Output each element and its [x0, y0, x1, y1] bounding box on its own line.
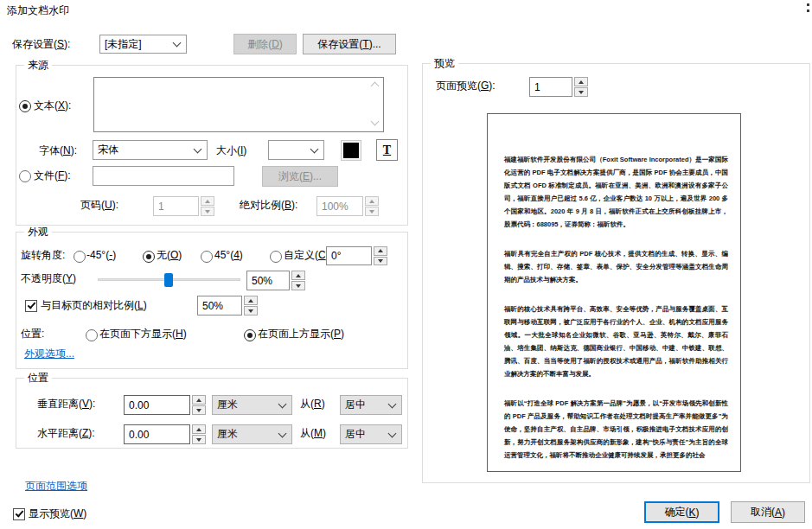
vertical-from-label: 从(R): [300, 398, 325, 410]
position-group-label: 位置: [24, 372, 52, 384]
appearance-options-link[interactable]: 外观选项...: [24, 347, 74, 360]
horizontal-unit-combo[interactable]: 厘米: [212, 424, 292, 444]
dialog-title: 添加文档水印: [7, 4, 69, 16]
chevron-down-icon: [194, 144, 202, 153]
scroll-down-icon[interactable]: [371, 118, 380, 126]
page-number-value: 1: [153, 196, 199, 216]
rotation-none-radio[interactable]: [143, 251, 155, 263]
cancel-button[interactable]: 取消(A): [731, 501, 805, 523]
font-label: 字体(N):: [39, 144, 77, 156]
rotation-custom-radio[interactable]: [270, 251, 282, 263]
saved-settings-combo[interactable]: [未指定]: [99, 35, 187, 54]
chevron-down-icon: [310, 144, 319, 153]
horizontal-from-combo[interactable]: 居中: [340, 424, 402, 444]
show-preview-label: 显示预览(W): [29, 507, 86, 519]
horizontal-from-label: 从(M): [300, 427, 326, 439]
chevron-down-icon: [278, 429, 287, 437]
vertical-from-value: 居中: [345, 398, 366, 412]
font-color-button[interactable]: [341, 140, 361, 161]
chevron-down-icon: [388, 429, 397, 437]
opacity-value: 50%: [246, 271, 290, 290]
size-label: 大小(I): [216, 144, 246, 156]
spin-down-icon[interactable]: [192, 405, 206, 415]
spin-up-icon[interactable]: [192, 424, 206, 434]
show-on-top-label: 在页面上方显示(P): [258, 328, 344, 340]
spin-down-icon[interactable]: [201, 207, 214, 216]
absolute-scale-value: 100%: [316, 196, 363, 216]
appearance-group-label: 外观: [24, 226, 52, 238]
layer-position-label: 位置:: [21, 328, 44, 340]
page-preview-value: 1: [529, 77, 572, 97]
spin-up-icon[interactable]: [291, 271, 305, 280]
spin-up-icon[interactable]: [192, 395, 206, 405]
rotation-custom-label: 自定义(C): [284, 249, 329, 261]
spin-down-icon[interactable]: [365, 207, 379, 216]
preview-paragraph: 福昕以“打造全球 PDF 解决方案第一品牌”为愿景，以“开发市场领先和创新性的 …: [504, 397, 728, 462]
text-source-radio-label: 文本(X):: [34, 99, 71, 112]
source-group-label: 来源: [24, 59, 52, 71]
horizontal-distance-label: 水平距离(Z):: [37, 427, 95, 439]
preview-group-label: 预览: [431, 57, 458, 69]
close-icon-partial[interactable]: [807, 3, 809, 16]
show-preview-checkbox[interactable]: [13, 508, 25, 520]
font-color-swatch: [343, 143, 359, 158]
absolute-scale-spinner[interactable]: 100%: [316, 196, 379, 216]
spin-down-icon[interactable]: [244, 306, 258, 315]
rotation-none-label: 无(O): [157, 249, 182, 261]
show-on-top-radio[interactable]: [244, 329, 256, 341]
watermark-text-input[interactable]: [93, 77, 384, 132]
opacity-spinner[interactable]: 50%: [246, 271, 305, 290]
horizontal-distance-value: 0.00: [124, 424, 190, 444]
size-combo[interactable]: [268, 140, 324, 160]
rotation-minus45-label: -45°(-): [86, 249, 116, 261]
page-number-spinner[interactable]: 1: [153, 196, 214, 216]
font-combo[interactable]: 宋体: [93, 140, 208, 160]
spin-up-icon[interactable]: [374, 246, 387, 256]
spin-down-icon[interactable]: [291, 281, 305, 290]
text-source-radio[interactable]: [19, 100, 31, 112]
rotation-45-radio[interactable]: [201, 251, 213, 263]
save-settings-label: 保存设置(S):: [12, 38, 70, 50]
opacity-label: 不透明度(Y): [21, 272, 76, 284]
horizontal-distance-spinner[interactable]: 0.00: [124, 424, 206, 444]
spin-down-icon[interactable]: [574, 87, 588, 97]
vertical-unit-combo[interactable]: 厘米: [212, 395, 292, 415]
delete-setting-button[interactable]: 删除(D): [233, 34, 297, 54]
save-setting-button[interactable]: 保存设置(T)...: [303, 34, 396, 54]
file-source-radio-label: 文件(F):: [34, 169, 71, 182]
spin-up-icon[interactable]: [365, 196, 379, 206]
file-source-radio[interactable]: [19, 170, 31, 182]
page-preview-spinner[interactable]: 1: [529, 77, 588, 97]
preview-paragraph: 福昕具有完全自主产权的 PDF 核心技术，提供文档的生成、转换、显示、编辑、搜索…: [504, 247, 728, 286]
ok-button[interactable]: 确定(K): [644, 501, 719, 523]
page-range-options-link[interactable]: 页面范围选项: [25, 480, 87, 492]
rotation-minus45-radio[interactable]: [74, 251, 86, 263]
spin-up-icon[interactable]: [244, 296, 258, 305]
preview-page: 福建福昕软件开发股份有限公司（Foxit Software Incorporat…: [487, 113, 741, 472]
page-number-label: 页码(U):: [80, 199, 118, 211]
scroll-up-icon[interactable]: [371, 82, 380, 91]
absolute-scale-label: 绝对比例(B):: [240, 199, 297, 211]
vertical-distance-spinner[interactable]: 0.00: [124, 395, 206, 415]
show-behind-page-radio[interactable]: [86, 329, 98, 341]
browse-button[interactable]: 浏览(E)...: [262, 166, 338, 187]
spin-up-icon[interactable]: [201, 196, 214, 206]
spin-down-icon[interactable]: [192, 435, 206, 444]
relative-scale-spinner[interactable]: 50%: [197, 296, 258, 315]
vertical-distance-label: 垂直距离(V):: [37, 398, 95, 410]
vertical-unit-value: 厘米: [217, 398, 238, 412]
opacity-slider-thumb[interactable]: [164, 273, 173, 287]
add-document-watermark-dialog: 添加文档水印 保存设置(S): [未指定] 删除(D) 保存设置(T)... 来…: [0, 0, 812, 529]
rotation-45-label: 45°(4): [214, 249, 243, 261]
relative-scale-value: 50%: [197, 296, 242, 315]
spin-down-icon[interactable]: [374, 257, 387, 266]
preview-paragraph: 福昕的核心技术具有跨平台、高效率、安全等优势，产品与服务覆盖桌面、互联网与移动互…: [504, 303, 728, 380]
custom-angle-spinner[interactable]: 0°: [326, 246, 387, 265]
file-path-input[interactable]: [93, 166, 234, 186]
relative-scale-checkbox[interactable]: [25, 300, 37, 312]
chevron-down-icon: [278, 399, 287, 408]
vertical-from-combo[interactable]: 居中: [340, 395, 402, 415]
font-combo-value: 宋体: [98, 143, 118, 157]
text-style-button[interactable]: T: [376, 139, 398, 161]
spin-up-icon[interactable]: [574, 77, 588, 86]
